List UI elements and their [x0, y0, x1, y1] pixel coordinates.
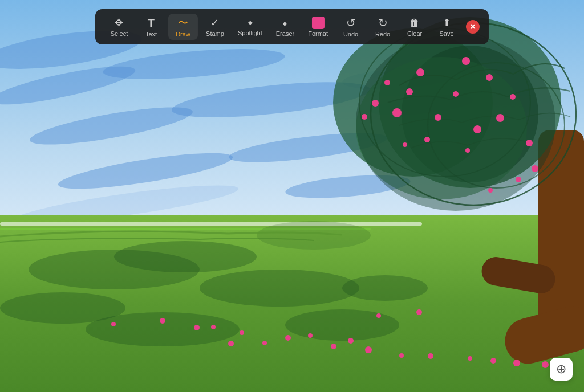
ground-flower [416, 309, 422, 315]
flower-dot [424, 137, 430, 142]
ground-flower [194, 325, 200, 330]
undo-icon: ↺ [346, 16, 356, 30]
flower-dot [486, 74, 493, 81]
draw-label: Draw [176, 31, 190, 38]
flower-dot [453, 91, 459, 97]
flower-dot [392, 108, 402, 117]
ground-flower [399, 353, 404, 358]
flower-dot [406, 88, 413, 95]
undo-tool-button[interactable]: ↺ Undo [336, 14, 366, 40]
corner-add-button[interactable]: ⊕ [550, 358, 573, 381]
flower-dot [510, 94, 516, 100]
save-icon: ⬆ [443, 17, 451, 29]
ground-flower [211, 325, 216, 329]
flower-dot [372, 100, 379, 107]
flower-dot [362, 114, 367, 120]
ground-shadow [257, 221, 371, 250]
ground-flower [308, 333, 313, 338]
clear-tool-button[interactable]: 🗑 Clear [400, 15, 429, 39]
close-icon: ✕ [469, 22, 476, 31]
canvas-area[interactable] [0, 0, 584, 392]
toolbar: ✥ Select T Text 〜 Draw ✓ Stamp ✦ Spotlig… [95, 9, 489, 44]
ground-flower [542, 361, 549, 368]
spotlight-label: Spotlight [238, 30, 262, 36]
ground-flower [331, 344, 336, 349]
stamp-icon: ✓ [210, 17, 219, 29]
ground-flower [513, 360, 520, 366]
ground-flower [111, 322, 116, 326]
ground-flower [428, 353, 433, 359]
redo-tool-button[interactable]: ↻ Redo [368, 14, 398, 40]
undo-label: Undo [343, 31, 358, 38]
draw-tool-button[interactable]: 〜 Draw [168, 14, 198, 40]
spotlight-icon: ✦ [246, 18, 254, 28]
ground-flower [160, 318, 165, 324]
redo-icon: ↻ [378, 16, 388, 30]
format-color-square [312, 17, 325, 29]
save-label: Save [439, 30, 453, 37]
save-tool-button[interactable]: ⬆ Save [432, 14, 461, 39]
flower-dot [384, 80, 390, 85]
spotlight-tool-button[interactable]: ✦ Spotlight [232, 15, 268, 39]
ground-shadow [86, 312, 240, 346]
ground-flower [376, 313, 381, 318]
flower-dot [403, 142, 407, 147]
trash-icon: 🗑 [409, 17, 420, 29]
flower-dot [526, 140, 533, 146]
redo-label: Redo [375, 31, 390, 38]
ground-shadow [114, 241, 257, 272]
eraser-tool-button[interactable]: ⬧ Eraser [270, 15, 300, 39]
flower-dot [532, 165, 538, 172]
flower-dot [416, 68, 424, 76]
stamp-label: Stamp [206, 30, 224, 37]
format-label: Format [308, 30, 328, 37]
select-icon: ✥ [115, 17, 123, 29]
eraser-label: Eraser [276, 30, 294, 37]
flower-dot [473, 125, 481, 133]
flower-dot [496, 114, 504, 122]
flower-dot [516, 177, 521, 182]
ground-flower [348, 338, 354, 344]
flower-dot [465, 148, 470, 153]
close-button[interactable]: ✕ [466, 20, 480, 34]
ground-flower [490, 358, 496, 364]
stamp-tool-button[interactable]: ✓ Stamp [200, 14, 230, 39]
select-label: Select [111, 30, 128, 37]
foliage-dark [356, 34, 555, 211]
corner-icon: ⊕ [556, 362, 566, 377]
ground-shadow [342, 275, 428, 301]
tree-trunk [538, 130, 584, 346]
ground-flower [228, 341, 234, 346]
select-tool-button[interactable]: ✥ Select [104, 14, 134, 39]
ground-shadow [285, 309, 399, 341]
ground-flower [468, 356, 472, 361]
clear-label: Clear [407, 30, 422, 37]
draw-icon: 〜 [178, 16, 188, 30]
flower-dot [462, 57, 470, 65]
text-icon: T [148, 17, 155, 30]
flower-dot [435, 114, 441, 121]
ground-flower [240, 330, 244, 335]
format-tool-button[interactable]: Format [302, 14, 334, 39]
ground-flower [262, 341, 267, 345]
eraser-icon: ⬧ [282, 17, 288, 29]
ground-flower [365, 346, 372, 353]
text-tool-button[interactable]: T Text [136, 14, 166, 40]
ground-flower [285, 335, 291, 341]
ground-shadow [200, 270, 359, 307]
text-label: Text [145, 31, 157, 38]
horizon-line [0, 222, 422, 226]
flower-dot [488, 188, 493, 193]
